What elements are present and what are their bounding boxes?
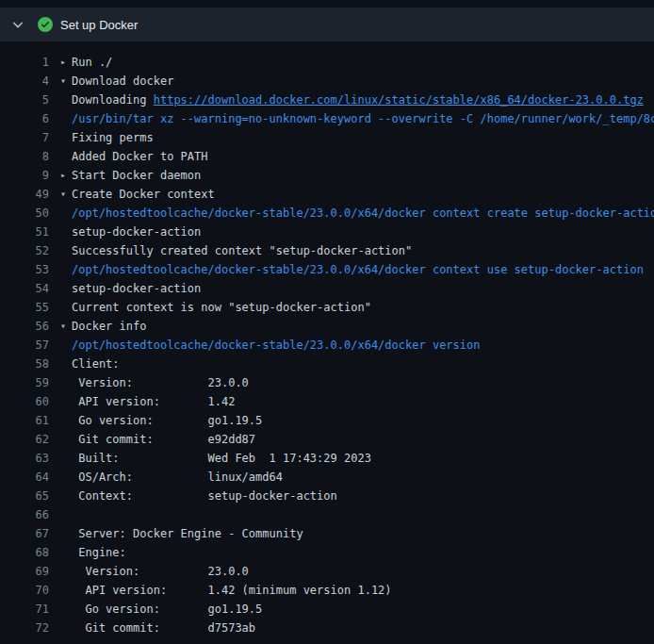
log-group-row[interactable]: 49▾Create Docker context [0, 185, 654, 204]
line-number[interactable]: 58 [0, 355, 49, 373]
line-number[interactable]: 5 [0, 91, 49, 109]
line-number[interactable]: 64 [0, 468, 49, 487]
log-group-row[interactable]: 9▸Start Docker daemon [0, 166, 654, 185]
arrow-spacer [60, 336, 72, 355]
log-text: Version: 23.0.0 [72, 562, 249, 581]
line-number[interactable]: 60 [0, 392, 49, 411]
line-number[interactable]: 59 [0, 373, 49, 392]
group-label: Run ./ [72, 56, 112, 69]
log-line: 60 API version: 1.42 [0, 392, 654, 411]
log-line: 70 API version: 1.42 (minimum version 1.… [0, 581, 654, 600]
log-text-segment: Context: setup-docker-action [72, 489, 337, 503]
line-number[interactable]: 50 [0, 204, 49, 223]
log-line: 63 Built: Wed Feb 1 17:43:29 2023 [0, 449, 654, 468]
group-expanded-icon[interactable]: ▾ [60, 317, 72, 336]
line-number[interactable]: 8 [0, 147, 49, 166]
log-text-segment: Downloading [72, 93, 154, 107]
line-number[interactable]: 56 [0, 317, 49, 336]
line-number[interactable]: 49 [0, 185, 49, 204]
log-text-segment: API version: 1.42 [72, 395, 235, 408]
log-text: Successfully created context "setup-dock… [72, 241, 412, 260]
line-number[interactable]: 66 [0, 505, 49, 524]
chevron-down-icon[interactable] [11, 18, 25, 31]
group-expanded-icon[interactable]: ▾ [60, 185, 72, 204]
log-text: Run ./ [72, 53, 112, 72]
arrow-spacer [60, 223, 72, 241]
check-circle-icon [38, 17, 53, 32]
line-number[interactable]: 57 [0, 336, 49, 355]
log-text: setup-docker-action [72, 279, 201, 298]
log-text-segment: Successfully created context "setup-dock… [72, 244, 412, 257]
log-text-segment: Current context is now "setup-docker-act… [72, 301, 371, 314]
log-text: Docker info [72, 317, 146, 336]
arrow-spacer [60, 128, 72, 147]
log-text: setup-docker-action [72, 223, 201, 241]
line-number[interactable]: 54 [0, 279, 49, 298]
log-text-segment: Server: Docker Engine - Community [72, 527, 303, 540]
line-number[interactable]: 1 [0, 53, 49, 72]
arrow-spacer [60, 505, 72, 524]
group-expanded-icon[interactable]: ▾ [60, 72, 72, 91]
log-line: 8Added Docker to PATH [0, 147, 654, 166]
log-text-segment: Git commit: d7573ab [72, 621, 255, 635]
line-number[interactable]: 53 [0, 260, 49, 279]
arrow-spacer [60, 373, 72, 392]
line-number[interactable]: 62 [0, 430, 49, 449]
log-line: 69 Version: 23.0.0 [0, 562, 654, 581]
log-line: 5Downloading https://download.docker.com… [0, 91, 654, 109]
arrow-spacer [60, 355, 72, 373]
line-number[interactable]: 67 [0, 524, 49, 543]
arrow-spacer [60, 109, 72, 128]
arrow-spacer [60, 279, 72, 298]
log-text-segment: Go version: go1.19.5 [72, 603, 262, 616]
group-collapsed-icon[interactable]: ▸ [60, 166, 72, 185]
log-group-row[interactable]: 56▾Docker info [0, 317, 654, 336]
log-command: /opt/hostedtoolcache/docker-stable/23.0.… [72, 206, 654, 220]
line-number[interactable]: 61 [0, 411, 49, 430]
group-label: Create Docker context [72, 188, 215, 201]
line-number[interactable]: 6 [0, 109, 49, 128]
log-text: Built: Wed Feb 1 17:43:29 2023 [72, 449, 371, 468]
line-number[interactable]: 51 [0, 223, 49, 241]
arrow-spacer [60, 392, 72, 411]
arrow-spacer [60, 600, 72, 619]
group-label: Docker info [72, 320, 146, 333]
log-text: /usr/bin/tar xz --warning=no-unknown-key… [72, 109, 654, 128]
log-text-segment: Engine: [72, 546, 126, 559]
step-header[interactable]: Set up Docker [0, 8, 654, 41]
log-line: 65 Context: setup-docker-action [0, 487, 654, 505]
line-number[interactable]: 71 [0, 600, 49, 619]
line-number[interactable]: 4 [0, 72, 49, 91]
log-group-row[interactable]: 1▸Run ./ [0, 53, 654, 72]
log-group-row[interactable]: 4▾Download docker [0, 72, 654, 91]
arrow-spacer [60, 298, 72, 317]
line-number[interactable]: 55 [0, 298, 49, 317]
line-number[interactable]: 68 [0, 543, 49, 562]
log-text: Engine: [72, 543, 126, 562]
log-line: 51setup-docker-action [0, 223, 654, 241]
log-text-segment: Version: 23.0.0 [72, 565, 249, 578]
group-collapsed-icon[interactable]: ▸ [60, 53, 72, 72]
log-text: Go version: go1.19.5 [72, 411, 262, 430]
line-number[interactable]: 52 [0, 241, 49, 260]
arrow-spacer [60, 430, 72, 449]
arrow-spacer [60, 619, 72, 637]
log-text: /opt/hostedtoolcache/docker-stable/23.0.… [72, 260, 644, 279]
arrow-spacer [60, 449, 72, 468]
log-link[interactable]: https://download.docker.com/linux/static… [154, 93, 644, 107]
log-text: Current context is now "setup-docker-act… [72, 298, 371, 317]
line-number[interactable]: 69 [0, 562, 49, 581]
line-number[interactable]: 70 [0, 581, 49, 600]
log-text-segment: Version: 23.0.0 [72, 376, 249, 389]
line-number[interactable]: 9 [0, 166, 49, 185]
log-line: 7Fixing perms [0, 128, 654, 147]
log-text: Context: setup-docker-action [72, 487, 337, 505]
line-number[interactable]: 65 [0, 487, 49, 505]
log-text: API version: 1.42 [72, 392, 235, 411]
line-number[interactable]: 63 [0, 449, 49, 468]
arrow-spacer [60, 241, 72, 260]
log-text-segment: API version: 1.42 (minimum version 1.12) [72, 584, 392, 597]
line-number[interactable]: 7 [0, 128, 49, 147]
line-number[interactable]: 72 [0, 619, 49, 637]
log-text: Start Docker daemon [72, 166, 201, 185]
